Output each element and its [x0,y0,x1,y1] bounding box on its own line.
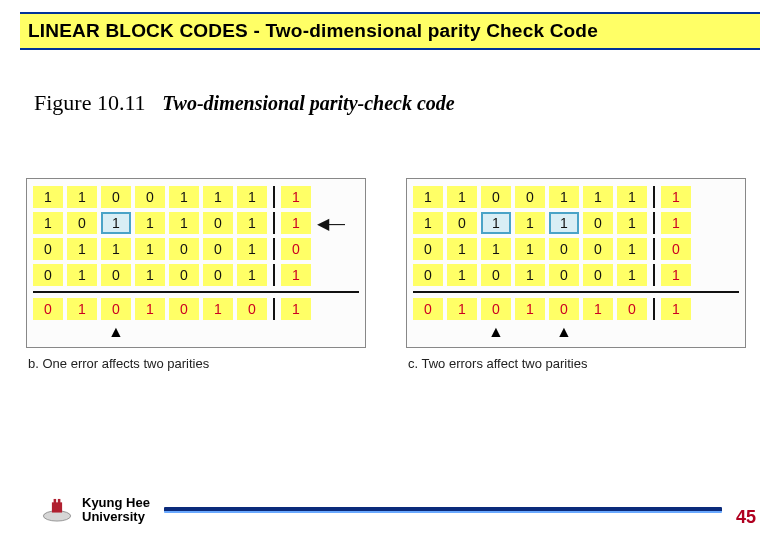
row-parity-cell: 1 [661,264,691,286]
col-parity-cell: 0 [617,298,647,320]
subfigure-text: One error affects two parities [42,356,209,371]
column-separator [653,238,655,260]
column-separator [273,264,275,286]
data-cell: 1 [135,212,165,234]
data-cell: 0 [447,212,477,234]
data-cell: 0 [101,264,131,286]
data-cell: 1 [67,186,97,208]
data-cell: 0 [101,186,131,208]
data-cell: 1 [203,186,233,208]
data-cell: 0 [481,264,511,286]
column-separator [273,186,275,208]
svg-rect-3 [58,498,61,502]
row-separator [413,291,739,293]
row-parity-cell: 0 [661,238,691,260]
column-separator [653,264,655,286]
university-name-line2: University [82,510,150,524]
data-cell: 1 [617,186,647,208]
column-separator [273,298,275,320]
col-parity-cell: 0 [413,298,443,320]
arrow-up-icon: ▲ [481,323,511,345]
subfigure-caption-c: c. Two errors affect two parities [408,356,746,371]
data-cell: 1 [237,186,267,208]
error-cell: 1 [481,212,511,234]
data-cell: 1 [135,238,165,260]
university-name: Kyung Hee University [82,496,150,523]
data-cell: 1 [237,264,267,286]
data-cell: 1 [617,212,647,234]
data-cell: 0 [169,264,199,286]
subfigure-label: b [28,356,35,371]
table-row: 1 0 1 1 1 0 1 1 [413,211,739,235]
table-row: 1 1 0 0 1 1 1 1 [413,185,739,209]
data-cell: 0 [135,186,165,208]
university-name-line1: Kyung Hee [82,496,150,510]
col-parity-cell: 0 [481,298,511,320]
university-logo-icon [40,497,74,523]
data-cell: 1 [515,212,545,234]
col-parity-cell: 0 [101,298,131,320]
row-parity-cell: 1 [661,212,691,234]
data-cell: 1 [481,238,511,260]
col-parity-cell: 1 [447,298,477,320]
data-cell: 0 [203,212,233,234]
data-cell: 0 [515,186,545,208]
data-cell: 1 [447,238,477,260]
column-parity-row: 0 1 0 1 0 1 0 1 [33,297,359,321]
footer-rule [164,507,722,513]
data-cell: 0 [481,186,511,208]
data-cell: 1 [447,186,477,208]
data-cell: 0 [549,264,579,286]
data-cell: 0 [583,264,613,286]
error-cell: 1 [101,212,131,234]
column-parity-row: 0 1 0 1 0 1 0 1 [413,297,739,321]
data-cell: 1 [67,238,97,260]
data-cell: 1 [101,238,131,260]
data-cell: 1 [169,186,199,208]
data-cell: 0 [583,212,613,234]
data-cell: 0 [33,264,63,286]
overall-parity-cell: 1 [281,298,311,320]
data-cell: 1 [169,212,199,234]
data-cell: 0 [413,264,443,286]
data-cell: 1 [617,264,647,286]
table-row: 1 1 0 0 1 1 1 1 [33,185,359,209]
svg-rect-2 [54,498,57,502]
col-parity-cell: 0 [169,298,199,320]
column-separator [653,212,655,234]
data-cell: 0 [413,238,443,260]
table-row: 0 1 1 1 0 0 1 0 [33,237,359,261]
parity-table-c: 1 1 0 0 1 1 1 1 1 0 1 1 1 0 1 1 [406,178,746,348]
col-parity-cell: 1 [67,298,97,320]
page-number: 45 [736,507,756,528]
data-cell: 1 [67,264,97,286]
figure-caption: Two-dimensional parity-check code [162,92,455,114]
col-parity-cell: 1 [583,298,613,320]
data-cell: 0 [67,212,97,234]
data-cell: 1 [135,264,165,286]
arrow-up-icon: ▲ [549,323,579,345]
data-cell: 1 [33,212,63,234]
data-cell: 1 [237,238,267,260]
row-separator [33,291,359,293]
data-cell: 0 [33,238,63,260]
data-cell: 1 [549,186,579,208]
overall-parity-cell: 1 [661,298,691,320]
table-row: 0 1 1 1 0 0 1 0 [413,237,739,261]
col-parity-cell: 1 [135,298,165,320]
data-cell: 0 [169,238,199,260]
column-arrows-row: ▲ ▲ [413,323,739,345]
data-cell: 1 [33,186,63,208]
col-parity-cell: 1 [203,298,233,320]
table-row: 1 0 1 1 1 0 1 1 ◀— [33,211,359,235]
svg-rect-1 [52,502,62,512]
subfigure-label: c [408,356,415,371]
data-cell: 1 [515,264,545,286]
data-cell: 1 [413,186,443,208]
data-cell: 0 [583,238,613,260]
data-cell: 1 [237,212,267,234]
data-cell: 1 [617,238,647,260]
data-cell: 1 [413,212,443,234]
column-arrows-row: ▲ [33,323,359,345]
col-parity-cell: 0 [549,298,579,320]
